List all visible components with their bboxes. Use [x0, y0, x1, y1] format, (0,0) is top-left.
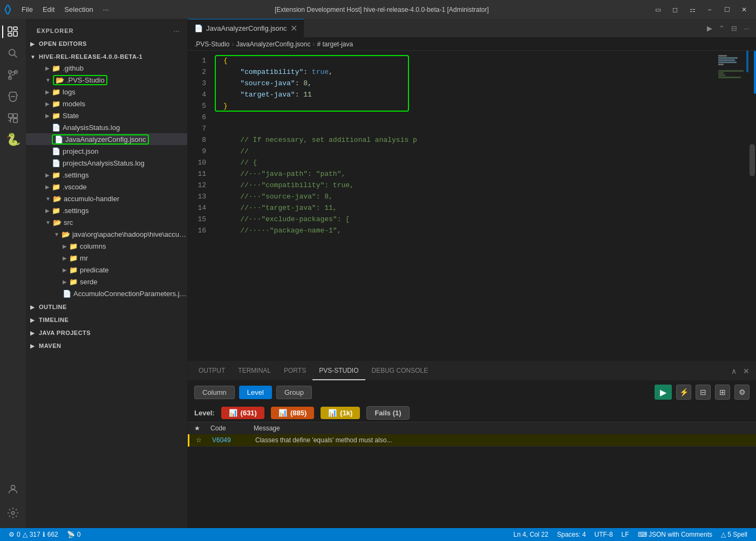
- scrollbar-thumb[interactable]: [750, 144, 755, 176]
- spell-text: △ 5 Spell: [721, 531, 747, 538]
- column-btn[interactable]: Column: [194, 386, 235, 399]
- breadcrumb-file[interactable]: JavaAnalyzerConfig.jsonc: [236, 40, 310, 48]
- tree-item-pvs-studio[interactable]: ▼ 📂 .PVS-Studio: [26, 74, 187, 86]
- code-line-9: //: [223, 146, 707, 157]
- status-spaces[interactable]: Spaces: 4: [553, 531, 590, 538]
- row-code-1: V6049: [212, 436, 255, 444]
- models-label: models: [63, 100, 85, 108]
- breadcrumb-pvs[interactable]: .PVS-Studio: [194, 40, 229, 48]
- code-line-2: "compatibility": true,: [223, 66, 707, 78]
- status-eol[interactable]: LF: [617, 531, 634, 538]
- tree-item-columns[interactable]: ▶ 📁 columns: [26, 240, 187, 252]
- tree-item-src[interactable]: ▼ 📂 src: [26, 216, 187, 228]
- more-actions-btn[interactable]: ···: [741, 23, 752, 33]
- status-errors[interactable]: ⚙ 0 △ 317 ℹ 662: [4, 528, 63, 541]
- level-badge-885[interactable]: 📊 (885): [271, 407, 314, 419]
- sidebar-more-actions[interactable]: ···: [172, 25, 181, 36]
- tab-java-analyzer[interactable]: 📄 JavaAnalyzerConfig.jsonc ✕: [188, 19, 304, 38]
- group-btn[interactable]: Group: [276, 386, 312, 399]
- spaces-text: Spaces: 4: [557, 531, 585, 538]
- level-badge-631[interactable]: 📊 (631): [221, 407, 264, 419]
- close-btn[interactable]: ✕: [737, 4, 752, 16]
- debug-console-tab[interactable]: DEBUG CONSOLE: [365, 361, 435, 380]
- menu-file[interactable]: File: [17, 4, 37, 15]
- timeline-header[interactable]: ▶ TIMELINE: [26, 314, 187, 325]
- tree-item-project-json[interactable]: 📄 project.json: [26, 145, 187, 157]
- editor-scrollbar[interactable]: [748, 51, 756, 361]
- tree-item-accumulo-params[interactable]: 📄 AccumuloConnectionParameters.java: [26, 287, 187, 299]
- status-spell[interactable]: △ 5 Spell: [717, 531, 752, 538]
- tree-item-java-path[interactable]: ▼ 📂 java\org\apache\hadoop\hive\accumulo: [26, 228, 187, 240]
- code-area[interactable]: { "compatibility": true, "source-java": …: [215, 51, 716, 361]
- breadcrumb-target[interactable]: # target-java: [317, 40, 353, 48]
- tree-item-predicate[interactable]: ▶ 📁 predicate: [26, 264, 187, 276]
- tree-item-analysis-status[interactable]: 📄 AnalysisStatus.log: [26, 121, 187, 133]
- tree-item-settings[interactable]: ▶ 📁 .settings: [26, 169, 187, 181]
- java-path-label: java\org\apache\hadoop\hive\accumulo: [72, 230, 187, 238]
- search-activity-icon[interactable]: [2, 43, 24, 64]
- menu-more[interactable]: ···: [99, 4, 113, 15]
- pvs-row-1[interactable]: ☆ V6049 Classes that define 'equals' met…: [189, 434, 756, 447]
- outline-header[interactable]: ▶ OUTLINE: [26, 302, 187, 312]
- pvs-studio-tab[interactable]: PVS-STUDIO: [312, 361, 365, 380]
- signal-count: 0: [77, 531, 81, 538]
- chevron-down-icon: ▼: [45, 77, 51, 83]
- level-btn[interactable]: Level: [239, 386, 272, 399]
- tab-close-btn[interactable]: ✕: [290, 24, 297, 33]
- panel-maximize-icon[interactable]: ∧: [729, 366, 739, 376]
- status-language[interactable]: ⌨ JSON with Comments: [634, 531, 717, 538]
- pvs-flash-btn[interactable]: ⚡: [676, 385, 691, 400]
- output-tab[interactable]: OUTPUT: [192, 361, 231, 380]
- status-signal[interactable]: 📡 0: [63, 528, 85, 541]
- tree-item-github[interactable]: ▶ 📁 .github: [26, 62, 187, 74]
- status-encoding[interactable]: UTF-8: [590, 531, 617, 538]
- pvs-run-button[interactable]: ▶: [655, 385, 672, 400]
- pvs-copy-btn[interactable]: ⊟: [696, 385, 711, 400]
- tree-item-java-analyzer[interactable]: 📄 JavaAnalyzerConfig.jsonc: [26, 133, 187, 145]
- tree-item-projects-analysis[interactable]: 📄 projectsAnalysisStatus.log: [26, 157, 187, 169]
- table-row[interactable]: ☆ V6049 Classes that define 'equals' met…: [188, 434, 756, 447]
- open-editors-header[interactable]: ▶ OPEN EDITORS: [26, 38, 187, 49]
- extensions-activity-icon[interactable]: [2, 107, 24, 129]
- logs-label: logs: [63, 88, 76, 96]
- split-editor-btn[interactable]: ⌃: [717, 23, 727, 33]
- root-header[interactable]: ▼ HIVE-REL-RELEASE-4.0.0-BETA-1: [26, 51, 187, 62]
- tree-item-vscode[interactable]: ▶ 📁 .vscode: [26, 181, 187, 193]
- code-line-7: [223, 123, 707, 134]
- menu-edit[interactable]: Edit: [38, 4, 59, 15]
- row-star-1[interactable]: ☆: [196, 436, 212, 444]
- tree-item-settings-2[interactable]: ▶ 📁 .settings: [26, 204, 187, 216]
- tree-item-serde[interactable]: ▶ 📁 serde: [26, 276, 187, 287]
- vscode-label: .vscode: [63, 183, 87, 191]
- pvs-settings-btn[interactable]: ⚙: [734, 385, 750, 400]
- debug-activity-icon[interactable]: [2, 86, 24, 107]
- toggle-panel-btn[interactable]: ⊟: [729, 23, 739, 33]
- python-activity-icon[interactable]: 🐍: [2, 129, 24, 150]
- terminal-tab[interactable]: TERMINAL: [231, 361, 277, 380]
- maximize-btn[interactable]: ☐: [719, 4, 734, 16]
- tree-item-logs[interactable]: ▶ 📁 logs: [26, 86, 187, 98]
- state-label: State: [63, 112, 79, 120]
- maven-header[interactable]: ▶ MAVEN: [26, 340, 187, 351]
- level-badge-1k[interactable]: 📊 (1k): [321, 407, 360, 419]
- accounts-activity-icon[interactable]: [2, 478, 24, 500]
- layout-btn[interactable]: ▭: [650, 4, 665, 16]
- minimize-btn[interactable]: −: [702, 4, 717, 16]
- split-btn[interactable]: ◻: [668, 4, 683, 16]
- menu-selection[interactable]: Selection: [60, 4, 97, 15]
- pvs-export-btn[interactable]: ⊞: [715, 385, 730, 400]
- tree-item-models[interactable]: ▶ 📁 models: [26, 98, 187, 109]
- panel-close-icon[interactable]: ✕: [741, 366, 752, 376]
- tree-item-state[interactable]: ▶ 📁 State: [26, 109, 187, 121]
- run-btn[interactable]: ▶: [705, 23, 714, 33]
- explorer-activity-icon[interactable]: [2, 21, 24, 43]
- status-position[interactable]: Ln 4, Col 22: [509, 531, 553, 538]
- source-control-activity-icon[interactable]: [2, 64, 24, 86]
- tree-item-mr[interactable]: ▶ 📁 mr: [26, 252, 187, 264]
- panels-btn[interactable]: ⚏: [685, 4, 700, 16]
- ports-tab[interactable]: PORTS: [277, 361, 312, 380]
- settings-activity-icon[interactable]: [2, 502, 24, 524]
- level-badge-fails[interactable]: Fails (1): [366, 406, 409, 420]
- tree-item-accumulo-handler[interactable]: ▼ 📂 accumulo-handler: [26, 193, 187, 204]
- java-projects-header[interactable]: ▶ JAVA PROJECTS: [26, 327, 187, 338]
